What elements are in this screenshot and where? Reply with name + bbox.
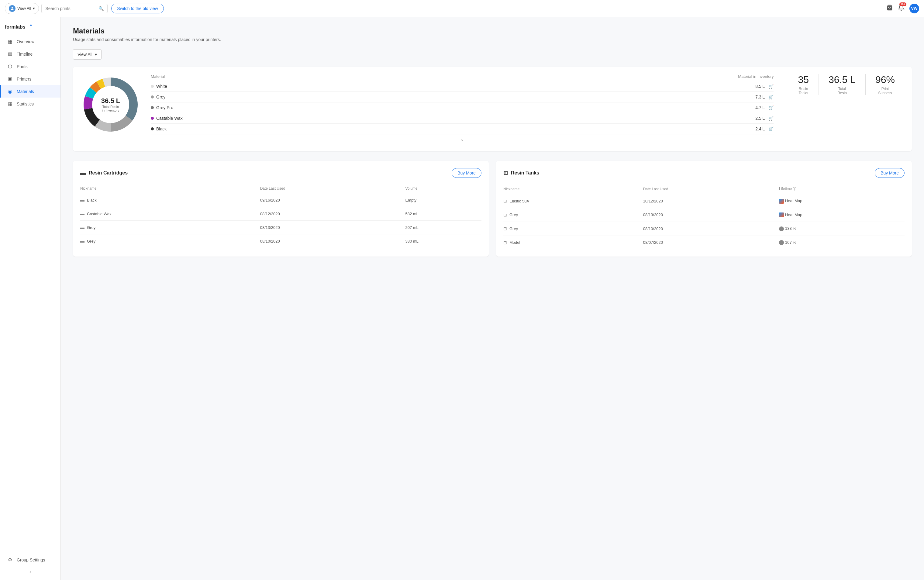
view-all-label: View All (17, 6, 31, 11)
stat-value: 36.5 L (828, 74, 856, 86)
cartridges-col-date: Date Last Used (260, 184, 405, 193)
sidebar-item-materials[interactable]: ◉Materials (0, 85, 61, 97)
material-color-dot (151, 127, 154, 130)
table-row: ▬ Castable Wax 08/12/2020 582 mL (80, 207, 481, 221)
material-label: Grey Pro (156, 105, 173, 110)
cartridge-volume: 380 mL (405, 234, 481, 248)
cartridges-table: Nickname Date Last Used Volume ▬ Black 0… (80, 184, 481, 248)
cartridge-item-icon: ▬ (80, 211, 84, 216)
printers-nav-icon: ▣ (7, 76, 13, 82)
sidebar-label-materials: Materials (17, 89, 34, 94)
tank-lifetime: 133 % (779, 222, 904, 236)
table-row: ▬ Grey 08/10/2020 380 mL (80, 234, 481, 248)
donut-sub2: in Inventory (101, 109, 120, 112)
material-name: White (151, 84, 193, 89)
cartridges-col-volume: Volume (405, 184, 481, 193)
material-volume: 2.4 L (755, 127, 765, 131)
user-avatar[interactable]: VW (909, 4, 919, 13)
material-label: White (156, 84, 167, 89)
material-cart-icon[interactable]: 🛒 (768, 94, 774, 99)
expand-materials-button[interactable]: ⌄ (151, 134, 774, 144)
cartridges-header: ▬ Resin Cartridges Buy More (80, 168, 481, 178)
pct-icon (779, 240, 784, 245)
svg-text:✦: ✦ (29, 23, 33, 28)
heat-map-icon (779, 199, 784, 204)
summary-stat-1: 36.5 L TotalResin (819, 74, 866, 95)
sidebar-item-statistics[interactable]: ▦Statistics (0, 97, 61, 110)
sidebar-bottom: ⚙ Group Settings ‹ (0, 551, 61, 578)
sidebar-item-group-settings[interactable]: ⚙ Group Settings (0, 554, 61, 566)
material-label: Castable Wax (156, 116, 183, 121)
sidebar-item-timeline[interactable]: ▤Timeline (0, 48, 61, 60)
material-row: Grey Pro 4.7 L 🛒 (151, 102, 774, 113)
tank-nickname: ⊡ Model (503, 236, 643, 249)
cartridges-title-label: Resin Cartridges (89, 170, 128, 176)
tank-lifetime: Heat Map (779, 194, 904, 208)
svg-text:formlabs: formlabs (5, 24, 26, 30)
material-cart-icon[interactable]: 🛒 (768, 84, 774, 89)
donut-label: 36.5 L Total Resin in Inventory (101, 97, 120, 112)
tank-nickname: ⊡ Grey (503, 222, 643, 236)
sidebar-item-overview[interactable]: ▦Overview (0, 35, 61, 48)
sidebar-label-overview: Overview (17, 39, 35, 44)
stat-label: ResinTanks (798, 87, 809, 95)
topbar-left: View All ▾ 🔍 (5, 3, 108, 14)
material-cart-icon: 🛒 (768, 127, 774, 131)
donut-chart: 36.5 L Total Resin in Inventory (80, 74, 141, 135)
notification-badge: 10+ (899, 2, 906, 6)
sidebar-item-printers[interactable]: ▣Printers (0, 72, 61, 85)
filter-dropdown[interactable]: View All ▾ (73, 49, 102, 59)
timeline-nav-icon: ▤ (7, 51, 13, 57)
bell-icon[interactable]: 10+ (898, 4, 904, 12)
material-cart-icon[interactable]: 🛒 (768, 116, 774, 121)
search-icon: 🔍 (99, 6, 104, 11)
material-volume: 8.5 L (755, 84, 765, 89)
cartridge-icon: ▬ (80, 170, 86, 176)
cartridge-item-icon: ▬ (80, 198, 84, 203)
tanks-title-label: Resin Tanks (511, 170, 539, 176)
table-row: ⊡ Grey 08/13/2020 Heat Map (503, 208, 904, 222)
tanks-col-date: Date Last Used (643, 184, 779, 194)
summary-stat-2: 96% PrintSuccess (866, 74, 904, 95)
topbar-right: 10+ VW (886, 4, 919, 13)
cart-icon[interactable] (886, 4, 893, 12)
sidebar-item-prints[interactable]: ⬡Prints (0, 60, 61, 72)
sidebar-label-printers: Printers (17, 77, 31, 81)
collapse-sidebar-button[interactable]: ‹ (0, 566, 61, 578)
table-row: ▬ Grey 08/13/2020 207 mL (80, 221, 481, 234)
tank-item-icon: ⊡ (503, 240, 507, 245)
cartridge-nickname: ▬ Grey (80, 221, 260, 234)
cartridge-date: 08/12/2020 (260, 207, 405, 221)
materials-table: Material Material in Inventory White 8.5… (151, 74, 774, 144)
cartridge-volume: 582 mL (405, 207, 481, 221)
stats-row: 36.5 L Total Resin in Inventory Material… (80, 74, 904, 144)
chevron-down-icon: ▾ (33, 6, 35, 11)
prints-nav-icon: ⬡ (7, 64, 13, 69)
donut-value: 36.5 L (101, 97, 120, 105)
view-all-avatar-icon (9, 5, 15, 12)
tank-date: 08/07/2020 (643, 236, 779, 249)
tank-date: 08/13/2020 (643, 208, 779, 222)
stat-value: 35 (798, 74, 809, 86)
cartridges-title: ▬ Resin Cartridges (80, 170, 128, 176)
stat-value: 96% (875, 74, 895, 86)
material-color-dot (151, 85, 154, 88)
view-all-button[interactable]: View All ▾ (5, 3, 39, 14)
material-volume: 7.3 L (755, 94, 765, 99)
search-input[interactable] (45, 6, 99, 11)
material-cart-icon[interactable]: 🛒 (768, 105, 774, 110)
stats-area: 36.5 L Total Resin in Inventory Material… (73, 67, 912, 151)
resin-cartridges-card: ▬ Resin Cartridges Buy More Nickname Dat… (73, 161, 489, 257)
donut-sub1: Total Resin (101, 105, 120, 109)
tank-nickname: ⊡ Grey (503, 208, 643, 222)
tank-date: 10/12/2020 (643, 194, 779, 208)
switch-view-button[interactable]: Switch to the old view (111, 4, 164, 13)
formlabs-logo: formlabs ✦ (5, 23, 38, 30)
tanks-buy-button[interactable]: Buy More (875, 168, 904, 178)
tanks-table: Nickname Date Last Used Lifetime ⓘ ⊡ Ela… (503, 184, 904, 249)
lifetime-info-icon[interactable]: ⓘ (793, 187, 796, 191)
resin-tanks-card: ⊡ Resin Tanks Buy More Nickname Date Las… (496, 161, 912, 257)
table-row: ⊡ Model 08/07/2020 107 % (503, 236, 904, 249)
table-row: ⊡ Elastic 50A 10/12/2020 Heat Map (503, 194, 904, 208)
cartridges-buy-button[interactable]: Buy More (452, 168, 481, 178)
